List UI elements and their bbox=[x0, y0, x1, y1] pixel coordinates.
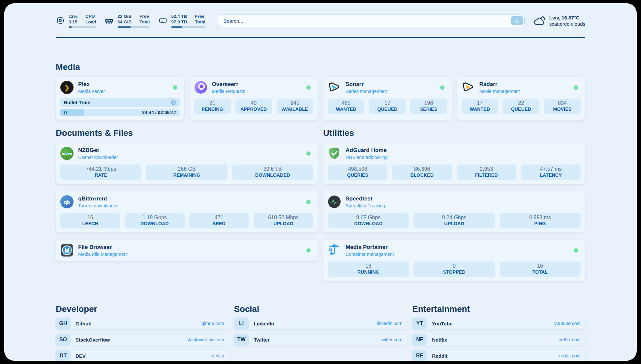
service-card-nzbget[interactable]: nzbget NZBGet Usenet downloader 744.21 M… bbox=[56, 143, 318, 184]
stat-box: 0.993 msPING bbox=[500, 213, 581, 228]
stat-box: 86,396BLOCKED bbox=[392, 165, 452, 180]
service-card-radarr[interactable]: Radarr Movie management 17WANTED 22QUEUE… bbox=[457, 77, 586, 120]
search-engine-button[interactable]: G bbox=[511, 16, 523, 25]
service-card-plex[interactable]: ❯ Plex Media server Bullet Train 24:44 /… bbox=[56, 77, 184, 120]
bookmark-url: reddit.com bbox=[559, 353, 585, 358]
disk-icon bbox=[158, 16, 168, 25]
bookmark-link-dev[interactable]: DT DEV dev.to bbox=[56, 350, 229, 361]
bookmark-link-reddit[interactable]: RE Reddit reddit.com bbox=[412, 350, 585, 361]
stat-box: 471SEED bbox=[189, 213, 249, 228]
stat-box: 17QUEUED bbox=[369, 99, 406, 114]
bookmark-abbr: GH bbox=[56, 318, 71, 329]
bookmark-abbr: RE bbox=[412, 350, 427, 361]
now-playing-title: Bullet Train bbox=[64, 100, 91, 105]
stat-box: 39.6 TBDOWNLOADED bbox=[232, 165, 313, 180]
bookmark-group-title: Developer bbox=[56, 304, 229, 314]
bookmark-name: Twitter bbox=[254, 337, 270, 343]
bookmark-name: StackOverflow bbox=[76, 337, 110, 343]
bookmark-group-social: Social LI LinkedIn linkedin.com TW Twitt… bbox=[234, 304, 407, 361]
status-dot bbox=[173, 85, 177, 90]
service-subtitle: Container management bbox=[346, 252, 394, 257]
cpu-percent: 12% bbox=[69, 14, 77, 19]
service-name: AdGuard Home bbox=[346, 147, 388, 154]
ram-progress-bar bbox=[117, 26, 150, 28]
bookmark-url: youtube.com bbox=[554, 321, 585, 326]
ram-widget: 22 GiB 64 GiB Free Total bbox=[105, 14, 150, 28]
bookmark-group-title: Entertainment bbox=[412, 304, 585, 314]
service-card-speedtest[interactable]: Speedtest Speedtest Tracking 9.65 GbpsDO… bbox=[323, 191, 585, 232]
stat-box: 47.57 msLATENCY bbox=[521, 165, 581, 180]
cloud-icon bbox=[533, 15, 545, 26]
bookmark-url: twitter.com bbox=[380, 337, 407, 342]
status-dot bbox=[306, 85, 311, 90]
stat-box: 0STOPPED bbox=[413, 261, 495, 277]
bookmark-group-entertainment: Entertainment YT YouTube youtube.com NF … bbox=[412, 304, 585, 361]
service-card-qbittorrent[interactable]: qb qBittorrent Torrent downloader 16LEEC… bbox=[56, 191, 318, 232]
stat-box: 945AVAILABLE bbox=[277, 99, 313, 114]
service-subtitle: DNS and adblocking bbox=[346, 155, 388, 160]
ram-icon bbox=[105, 16, 114, 25]
service-card-adguard[interactable]: AdGuard Home DNS and adblocking 498,508Q… bbox=[323, 143, 585, 184]
adguard-icon bbox=[328, 147, 341, 160]
nzbget-icon: nzbget bbox=[60, 147, 74, 160]
service-card-portainer[interactable]: Media Portainer Container management 16R… bbox=[323, 240, 585, 281]
service-name: NZBGet bbox=[78, 147, 118, 154]
service-card-sonarr[interactable]: Sonarr Series management 485WANTED 17QUE… bbox=[323, 77, 452, 120]
bookmark-abbr: TW bbox=[234, 334, 249, 346]
top-bar: 12% 3.15 CPU Load 22 GiB 64 GiB bbox=[56, 13, 585, 29]
filebrowser-icon bbox=[60, 244, 74, 257]
bookmark-name: YouTube bbox=[432, 321, 452, 326]
bookmark-link-twitter[interactable]: TW Twitter twitter.com bbox=[234, 334, 407, 346]
stat-box: 2,953FILTERED bbox=[457, 165, 516, 180]
service-card-filebrowser[interactable]: File Browser Media File Management bbox=[56, 240, 318, 261]
service-name: Plex bbox=[78, 81, 105, 88]
stat-box: 744.21 MbpsRATE bbox=[60, 165, 141, 180]
disk-label-2: Total bbox=[195, 19, 205, 25]
stat-box: 196SERIES bbox=[410, 99, 447, 114]
bookmark-url: github.com bbox=[201, 321, 229, 326]
ram-label-2: Total bbox=[139, 19, 150, 25]
status-dot bbox=[440, 85, 444, 90]
bookmark-url: dev.to bbox=[212, 353, 229, 358]
sonarr-icon bbox=[328, 81, 341, 94]
ram-progress-fill bbox=[117, 26, 131, 28]
service-name: Radarr bbox=[479, 81, 520, 88]
service-subtitle: Media server bbox=[78, 89, 105, 94]
bookmark-link-netflix[interactable]: NF Netflix netflix.com bbox=[412, 334, 585, 346]
bookmark-name: Reddit bbox=[432, 353, 447, 359]
stat-box: 834MOVIES bbox=[544, 99, 581, 114]
topbar-divider bbox=[56, 37, 585, 38]
ram-free: 22 GiB bbox=[117, 14, 132, 19]
weather-condition: scattered clouds bbox=[549, 21, 585, 27]
service-name: Sonarr bbox=[346, 81, 387, 88]
bookmark-link-youtube[interactable]: YT YouTube youtube.com bbox=[412, 318, 585, 329]
speedtest-icon bbox=[328, 195, 341, 208]
service-card-overseerr[interactable]: Overseerr Media Requests 21PENDING 40APP… bbox=[190, 77, 318, 120]
search-input[interactable] bbox=[218, 15, 525, 27]
ram-total: 64 GiB bbox=[117, 19, 132, 25]
playback-time: 24:44 / 02:06:47 bbox=[142, 110, 180, 115]
section-title-documents: Documents & Files bbox=[56, 128, 318, 138]
now-playing-row: Bullet Train bbox=[60, 98, 180, 107]
bookmark-link-linkedin[interactable]: LI LinkedIn linkedin.com bbox=[234, 318, 407, 329]
radarr-icon bbox=[462, 81, 475, 94]
bookmark-link-stackoverflow[interactable]: SO StackOverflow stackoverflow.com bbox=[56, 334, 229, 346]
bookmark-link-github[interactable]: GH Github github.com bbox=[56, 318, 229, 329]
bookmark-abbr: DT bbox=[56, 350, 71, 361]
status-dot bbox=[574, 248, 578, 253]
stat-box: 17WANTED bbox=[462, 99, 498, 114]
status-dot bbox=[574, 85, 578, 90]
stat-box: 22QUEUED bbox=[503, 99, 539, 114]
bookmark-abbr: YT bbox=[412, 318, 427, 329]
status-dot bbox=[306, 248, 311, 253]
dashboard-panel: 12% 3.15 CPU Load 22 GiB 64 GiB bbox=[4, 3, 637, 361]
stat-box: 618.52 MbpsUPLOAD bbox=[254, 213, 313, 228]
section-media: Media ❯ Plex Media server Bullet Train bbox=[56, 62, 585, 120]
bookmark-abbr: LI bbox=[234, 318, 249, 329]
service-name: Speedtest bbox=[346, 196, 385, 202]
cpu-progress-fill bbox=[69, 26, 72, 28]
bookmark-group-developer: Developer GH Github github.com SO StackO… bbox=[56, 304, 229, 361]
bookmark-group-title: Social bbox=[234, 304, 407, 314]
stat-box: 266 GBREMAINING bbox=[146, 165, 227, 180]
search-bar: G bbox=[218, 15, 525, 27]
